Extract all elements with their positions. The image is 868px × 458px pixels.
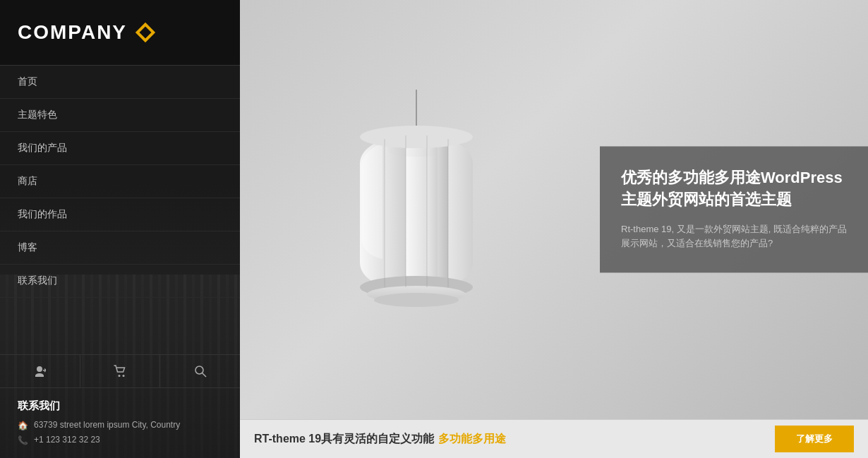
hero-title: 优秀的多功能多用途WordPress主题外贸网站的首选主题 <box>621 167 847 211</box>
login-button[interactable] <box>0 355 80 387</box>
main-content: 优秀的多功能多用途WordPress主题外贸网站的首选主题 Rt-theme 1… <box>240 0 868 458</box>
main-nav: 首页 主题特色 我们的产品 商店 我们的作品 博客 联系我们 <box>0 66 240 354</box>
contact-address: 63739 street lorem ipsum City, Country <box>34 420 180 430</box>
hero-area: 优秀的多功能多用途WordPress主题外贸网站的首选主题 Rt-theme 1… <box>240 0 868 419</box>
phone-icon: 📞 <box>18 435 28 445</box>
svg-line-6 <box>202 373 206 378</box>
bottom-text-highlight: 多功能多用途 <box>438 432 506 447</box>
hero-description: Rt-theme 19, 又是一款外贸网站主题, 既适合纯粹的产品展示网站，又适… <box>621 222 847 252</box>
search-button[interactable] <box>160 355 240 387</box>
contact-title: 联系我们 <box>18 399 222 413</box>
hero-text-box: 优秀的多功能多用途WordPress主题外贸网站的首选主题 Rt-theme 1… <box>600 146 868 272</box>
svg-point-3 <box>119 375 121 377</box>
contact-phone-row: 📞 +1 123 312 32 23 <box>18 435 222 445</box>
nav-item-products[interactable]: 我们的产品 <box>0 132 240 165</box>
logo-area: COMPANY <box>0 0 240 66</box>
sidebar: COMPANY 首页 主题特色 我们的产品 商店 我们的作品 博客 联系我们 <box>0 0 240 458</box>
lamp-illustration <box>325 90 508 330</box>
nav-item-features[interactable]: 主题特色 <box>0 99 240 132</box>
svg-point-11 <box>360 126 473 148</box>
nav-item-contact[interactable]: 联系我们 <box>0 265 240 298</box>
address-icon: 🏠 <box>18 421 28 430</box>
lamp-image <box>325 0 508 419</box>
search-icon <box>194 365 207 378</box>
contact-section: 联系我们 🏠 63739 street lorem ipsum City, Co… <box>0 388 240 458</box>
login-icon <box>33 365 46 378</box>
svg-point-4 <box>123 375 125 377</box>
nav-item-blog[interactable]: 博客 <box>0 231 240 265</box>
contact-address-row: 🏠 63739 street lorem ipsum City, Country <box>18 420 222 430</box>
cart-button[interactable] <box>80 355 161 387</box>
nav-item-home[interactable]: 首页 <box>0 66 240 99</box>
icon-bar <box>0 354 240 388</box>
svg-point-14 <box>374 293 459 307</box>
logo-diamond-icon <box>134 21 157 44</box>
nav-item-shop[interactable]: 商店 <box>0 165 240 198</box>
bottom-bar: RT-theme 19具有灵活的自定义功能 多功能多用途 了解更多 <box>240 419 868 458</box>
contact-phone: +1 123 312 32 23 <box>34 435 100 445</box>
cta-button[interactable]: 了解更多 <box>775 426 854 452</box>
bottom-text-main: RT-theme 19具有灵活的自定义功能 <box>254 432 434 447</box>
logo-text: COMPANY <box>18 21 127 44</box>
cart-icon <box>114 365 126 378</box>
nav-item-portfolio[interactable]: 我们的作品 <box>0 198 240 231</box>
svg-point-5 <box>195 366 203 374</box>
